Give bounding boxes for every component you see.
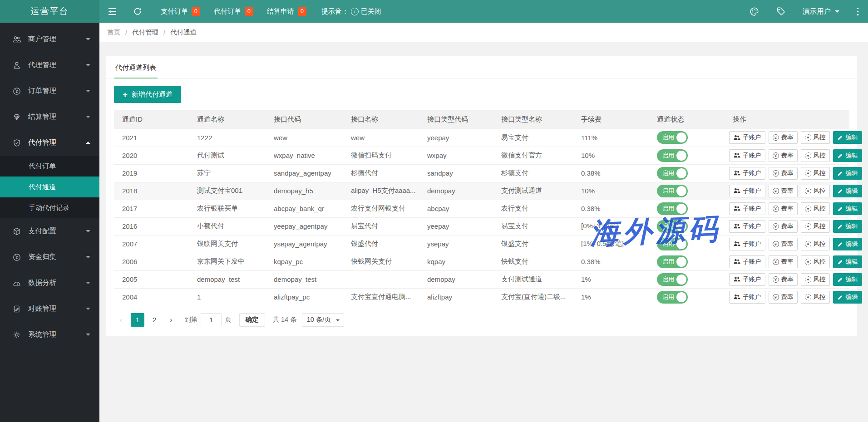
status-toggle[interactable]: 启用 — [657, 220, 688, 233]
channel-table: 通道ID通道名称接口代码接口名称接口类型代码接口类型名称手续费通道状态操作 20… — [114, 110, 849, 306]
status-toggle[interactable]: 启用 — [657, 291, 688, 304]
edit-button[interactable]: 编辑 — [833, 291, 862, 304]
status-toggle[interactable]: 启用 — [657, 202, 688, 215]
cell-channel-name: 农行银联买单 — [189, 200, 266, 217]
status-toggle[interactable]: 启用 — [657, 131, 688, 144]
rate-button[interactable]: ¥费率 — [769, 291, 798, 304]
action-label: 费率 — [781, 152, 794, 160]
edit-button[interactable]: 编辑 — [833, 131, 862, 144]
action-label: 编辑 — [846, 133, 858, 142]
topbar-nav-pay-orders[interactable]: 支付订单 0 — [161, 7, 200, 16]
sidebar-item-analytics[interactable]: 数据分析 — [0, 270, 99, 296]
user-menu[interactable]: 演示用户 — [803, 7, 839, 16]
cell-fee: 1% — [573, 288, 649, 306]
sidebar-item-settlement[interactable]: 结算管理 — [0, 104, 99, 130]
risk-button[interactable]: 风控 — [801, 291, 830, 304]
action-label: 费率 — [781, 258, 794, 266]
tab-channel-list[interactable]: 代付通道列表 — [114, 64, 158, 78]
sidebar-subitem-agentpay-channels[interactable]: 代付通道 — [0, 177, 99, 197]
status-toggle[interactable]: 启用 — [657, 238, 688, 250]
edit-button[interactable]: 编辑 — [833, 185, 862, 197]
page-button-1[interactable]: 1 — [131, 313, 144, 327]
status-toggle[interactable]: 启用 — [657, 255, 688, 268]
page-size-select[interactable]: 10 条/页 — [302, 313, 344, 327]
rate-button[interactable]: ¥费率 — [769, 238, 798, 250]
subaccount-button[interactable]: 子账户 — [729, 149, 765, 162]
subaccount-button[interactable]: 子账户 — [729, 202, 765, 215]
goto-confirm-button[interactable]: 确定 — [239, 313, 265, 327]
risk-button[interactable]: 风控 — [801, 273, 830, 286]
edit-button[interactable]: 编辑 — [833, 167, 862, 180]
risk-button[interactable]: 风控 — [801, 220, 830, 233]
subaccount-button[interactable]: 子账户 — [729, 255, 765, 268]
rate-button[interactable]: ¥费率 — [769, 202, 798, 215]
action-label: 编辑 — [846, 152, 858, 160]
toggle-knob — [676, 204, 686, 214]
breadcrumb-item[interactable]: 首页 — [107, 28, 120, 37]
sidebar-subitem-agentpay-orders[interactable]: 代付订单 — [0, 156, 99, 177]
sidebar-item-reconciliation[interactable]: 对账管理 — [0, 296, 99, 322]
risk-button[interactable]: 风控 — [801, 238, 830, 250]
rate-button[interactable]: ¥费率 — [769, 185, 798, 197]
goto-page-input[interactable] — [201, 313, 222, 326]
subaccount-button[interactable]: 子账户 — [729, 185, 765, 197]
sidebar-item-orders[interactable]: 订单管理 — [0, 78, 99, 104]
more-vertical-icon[interactable] — [857, 7, 859, 16]
prev-page-button[interactable]: ‹ — [114, 313, 128, 327]
risk-button[interactable]: 风控 — [801, 167, 830, 180]
rate-icon: ¥ — [773, 152, 779, 159]
rate-button[interactable]: ¥费率 — [769, 220, 798, 233]
subaccount-button[interactable]: 子账户 — [729, 238, 765, 250]
rate-button[interactable]: ¥费率 — [769, 149, 798, 162]
edit-button[interactable]: 编辑 — [833, 238, 862, 250]
refresh-icon[interactable] — [125, 0, 150, 23]
sidebar-item-fund-collection[interactable]: 资金归集 — [0, 244, 99, 270]
subaccount-icon — [733, 152, 740, 159]
rate-button[interactable]: ¥费率 — [769, 273, 798, 286]
edit-button[interactable]: 编辑 — [833, 202, 862, 215]
page-button-2[interactable]: 2 — [148, 313, 161, 327]
collapse-menu-icon[interactable] — [99, 0, 125, 23]
cell-interface-name — [343, 270, 419, 288]
status-toggle[interactable]: 启用 — [657, 167, 688, 180]
edit-button[interactable]: 编辑 — [833, 149, 862, 162]
risk-button[interactable]: 风控 — [801, 185, 830, 197]
goto-suffix: 页 — [225, 315, 232, 324]
subaccount-button[interactable]: 子账户 — [729, 291, 765, 304]
add-channel-button[interactable]: + 新增代付通道 — [114, 86, 181, 103]
status-toggle[interactable]: 启用 — [657, 273, 688, 286]
risk-button[interactable]: 风控 — [801, 202, 830, 215]
nav-label: 支付订单 — [161, 7, 188, 16]
edit-button[interactable]: 编辑 — [833, 220, 862, 233]
rate-button[interactable]: ¥费率 — [769, 131, 798, 144]
subaccount-button[interactable]: 子账户 — [729, 167, 765, 180]
breadcrumb-item[interactable]: 代付管理 — [132, 28, 158, 37]
sound-status: 已关闭 — [361, 7, 381, 16]
tag-icon[interactable] — [776, 7, 785, 16]
theme-palette-icon[interactable] — [750, 7, 759, 16]
next-page-button[interactable]: › — [164, 313, 178, 327]
status-toggle[interactable]: 启用 — [657, 149, 688, 162]
status-toggle[interactable]: 启用 — [657, 185, 688, 197]
toggle-label: 启用 — [662, 152, 674, 160]
risk-button[interactable]: 风控 — [801, 255, 830, 268]
edit-button[interactable]: 编辑 — [833, 273, 862, 286]
sidebar-item-agentpay[interactable]: 代付管理 — [0, 130, 99, 156]
cell-status: 启用 — [649, 182, 725, 200]
edit-button[interactable]: 编辑 — [833, 255, 862, 268]
sidebar-item-payconfig[interactable]: 支付配置 — [0, 218, 99, 244]
risk-button[interactable]: 风控 — [801, 149, 830, 162]
subaccount-button[interactable]: 子账户 — [729, 273, 765, 286]
subaccount-button[interactable]: 子账户 — [729, 220, 765, 233]
subaccount-button[interactable]: 子账户 — [729, 131, 765, 144]
topbar-nav-settlement-requests[interactable]: 结算申请 0 — [267, 7, 306, 16]
rate-button[interactable]: ¥费率 — [769, 255, 798, 268]
sidebar-subitem-manual-agentpay[interactable]: 手动代付记录 — [0, 197, 99, 218]
sidebar-item-merchants[interactable]: 商户管理 — [0, 26, 99, 52]
rate-button[interactable]: ¥费率 — [769, 167, 798, 180]
risk-button[interactable]: 风控 — [801, 131, 830, 144]
sidebar-item-agents[interactable]: 代理管理 — [0, 52, 99, 78]
sound-toggle[interactable]: 提示音： i 已关闭 — [321, 7, 381, 16]
sidebar-item-system[interactable]: 系统管理 — [0, 322, 99, 348]
topbar-nav-agentpay-orders[interactable]: 代付订单 0 — [214, 7, 253, 16]
